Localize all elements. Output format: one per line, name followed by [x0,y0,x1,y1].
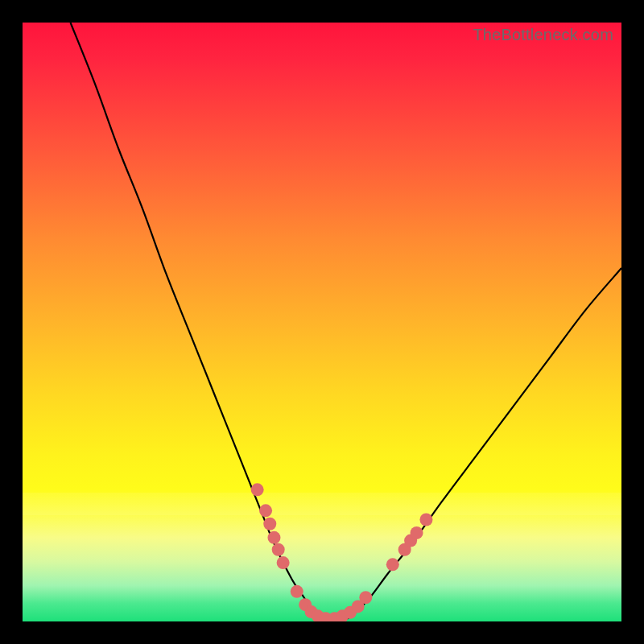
curve-marker [277,556,290,569]
curve-marker [272,543,285,556]
curve-marker [386,558,399,571]
curve-marker [267,531,280,544]
curve-marker [259,504,272,517]
curve-marker [263,518,276,530]
curve-marker [411,526,423,539]
watermark-text: TheBottleneck.com [473,26,613,44]
curve-marker [251,483,264,496]
curve-marker [419,514,432,526]
bottleneck-curve-path [71,23,621,621]
bottleneck-curve-svg [23,23,621,621]
curve-markers [251,483,433,621]
chart-plot-area: TheBottleneck.com [23,23,621,621]
curve-marker [359,591,372,604]
curve-marker [291,585,303,598]
